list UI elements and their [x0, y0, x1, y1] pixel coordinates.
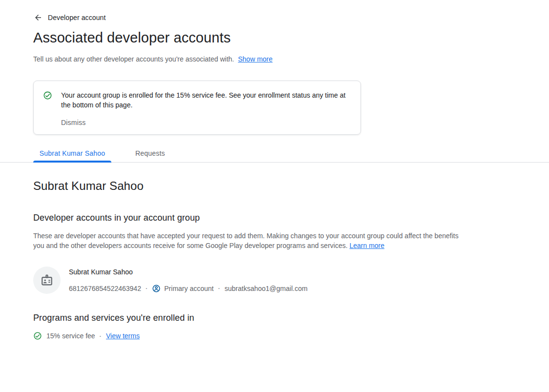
breadcrumb-label[interactable]: Developer account: [48, 14, 106, 21]
account-circle-icon: [152, 284, 161, 293]
dot-separator: ·: [100, 332, 102, 340]
check-circle-icon: [43, 91, 52, 100]
group-section-heading: Developer accounts in your account group: [33, 212, 516, 224]
service-fee-notice-card: Your account group is enrolled for the 1…: [33, 81, 361, 135]
avatar: [33, 267, 61, 294]
account-section-title: Subrat Kumar Sahoo: [33, 178, 516, 194]
page-title: Associated developer accounts: [33, 29, 516, 46]
check-circle-icon: [33, 331, 42, 340]
account-id: 6812676854522463942: [69, 284, 141, 293]
dismiss-button[interactable]: Dismiss: [61, 119, 85, 126]
page-subtitle: Tell us about any other developer accoun…: [33, 54, 516, 64]
breadcrumb: Developer account: [33, 0, 516, 22]
enrolled-program-label: 15% service fee: [46, 332, 95, 340]
tab-subrat-kumar-sahoo[interactable]: Subrat Kumar Sahoo: [33, 144, 111, 162]
tab-requests[interactable]: Requests: [129, 144, 171, 162]
view-terms-link[interactable]: View terms: [106, 332, 140, 340]
subtitle-text: Tell us about any other developer accoun…: [33, 55, 234, 63]
account-email: subratksahoo1@gmail.com: [225, 284, 308, 293]
back-arrow-icon[interactable]: [33, 13, 43, 22]
tabs-bar: Subrat Kumar Sahoo Requests: [0, 144, 549, 163]
dot-separator: ·: [218, 284, 220, 293]
active-tab-indicator: [33, 161, 111, 163]
dot-separator: ·: [146, 284, 148, 293]
badge-icon: [40, 273, 54, 288]
account-role: Primary account: [152, 284, 213, 293]
account-name: Subrat Kumar Sahoo: [69, 267, 308, 277]
group-section-description: These are developer accounts that have a…: [33, 231, 459, 250]
learn-more-link[interactable]: Learn more: [349, 242, 384, 249]
programs-section-heading: Programs and services you're enrolled in: [33, 312, 516, 324]
notice-message: Your account group is enrolled for the 1…: [61, 90, 349, 110]
show-more-link[interactable]: Show more: [238, 55, 273, 63]
developer-account-row: Subrat Kumar Sahoo 6812676854522463942 ·…: [33, 267, 516, 294]
enrollment-row: 15% service fee · View terms: [33, 331, 516, 340]
